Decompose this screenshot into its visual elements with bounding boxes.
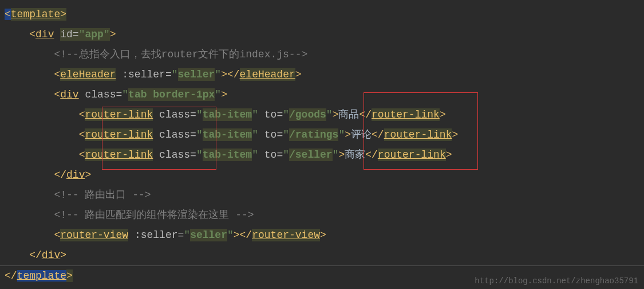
code-line: <eleHeader :seller="seller"></eleHeader> [0,65,644,85]
code-line: <router-link class="tab-item" to="/selle… [0,145,644,165]
code-line: <div class="tab border-1px"> [0,85,644,105]
code-line: <template> [0,5,644,25]
code-line: <!-- 路由出口 --> [0,185,644,205]
code-line: <!--总指令入口，去找router文件下的index.js--> [0,45,644,65]
code-editor[interactable]: <template> <div id="app"> <!--总指令入口，去找ro… [0,0,644,286]
code-line: <!-- 路由匹配到的组件将渲染在这里 --> [0,205,644,225]
code-line: <router-link class="tab-item" to="/goods… [0,105,644,125]
code-line: <div id="app"> [0,25,644,45]
watermark-text: http://blog.csdn.net/zhenghao35791 [475,276,638,286]
code-line: </div> [0,165,644,185]
code-line: </div> [0,245,644,265]
code-line: <router-link class="tab-item" to="/ratin… [0,125,644,145]
code-line: <router-view :seller="seller"></router-v… [0,225,644,245]
